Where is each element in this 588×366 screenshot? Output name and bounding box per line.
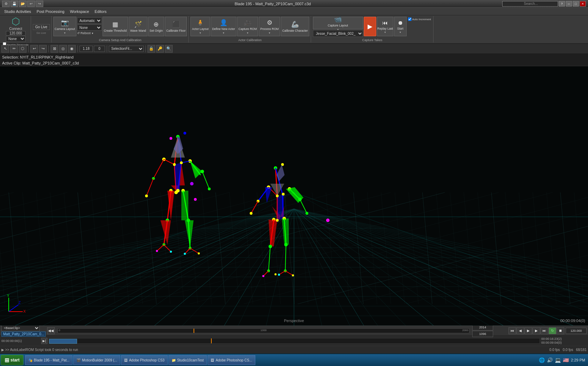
capture-name-dropdown[interactable]: Jesse_Facial_Blink_002_ xyxy=(313,30,363,37)
set-origin-button[interactable]: ⊕ Set Origin xyxy=(148,17,164,36)
help-btn[interactable]: ? xyxy=(559,1,565,7)
frame-display xyxy=(472,324,507,337)
automatic-select[interactable]: Automatic xyxy=(77,17,102,24)
menu-workspace[interactable]: Workspace xyxy=(67,9,92,14)
svg-point-61 xyxy=(176,189,180,192)
camera-section-label: Camera Setup And Calibration xyxy=(53,38,187,42)
open-quick-btn[interactable]: 📂 xyxy=(19,1,27,7)
create-threshold-button[interactable]: ▦ Create Threshold xyxy=(103,17,128,36)
taskbar-motionbuilder-btn[interactable]: 🎬 MotionBuilder 2009 (... xyxy=(73,355,120,365)
actor-layout-button[interactable]: 🧍 Actor Layout ▼ xyxy=(190,17,210,36)
svg-point-94 xyxy=(274,273,277,275)
start-time-display: 00:00:00:00(1) xyxy=(1,339,40,343)
studio-label: Studio10camTest xyxy=(177,358,204,362)
taskbar-sep-1 xyxy=(24,356,24,365)
tool-6-btn[interactable]: ◎ xyxy=(59,45,67,53)
ps2-label: Adobe Photoshop CS... xyxy=(216,358,252,362)
search-box[interactable]: Search... xyxy=(502,1,558,7)
connect-button[interactable]: Connect xyxy=(9,27,22,31)
tool-select-btn[interactable]: ↖ xyxy=(1,45,9,53)
svg-point-45 xyxy=(156,250,158,252)
process-rom-button[interactable]: ⚙ Process ROM ▼ xyxy=(259,17,280,36)
stop-btn[interactable]: ⏹ xyxy=(557,327,564,334)
timecode-1: 00:00:16:23(2) xyxy=(541,337,587,341)
go-live-button[interactable]: Go Live xyxy=(33,24,50,30)
svg-marker-108 xyxy=(277,165,285,181)
tick-1000: 1000 xyxy=(261,329,267,332)
tool-7-btn[interactable]: ◉ xyxy=(68,45,76,53)
tool-back-btn[interactable]: ↩ xyxy=(30,45,38,53)
play-button[interactable]: ▶ xyxy=(364,17,376,36)
replay-last-button[interactable]: ⏮ Replay Last ▼ xyxy=(377,17,393,36)
tool-edit-btn[interactable]: ✏ xyxy=(10,45,18,53)
timecode-2: 00:00:09:04(0) xyxy=(541,341,587,344)
connect-dropdown[interactable]: None xyxy=(6,36,25,42)
info-bar: Selection: NYIT_RL1\RPINKY_RightHand Act… xyxy=(0,54,588,66)
camera-layout-button[interactable]: 📷 Camera Layout ▼ xyxy=(53,17,76,36)
minimize-btn[interactable]: ─ xyxy=(566,1,572,7)
start-button[interactable]: ⊞ start xyxy=(1,355,23,365)
taskbar-photoshop1-btn[interactable]: 🖼 Adobe Photoshop CS3 xyxy=(121,355,168,365)
filter-select[interactable]: SelectionFil... xyxy=(109,46,144,52)
prev-btn[interactable]: ◀ xyxy=(517,327,524,334)
maximize-btn[interactable]: □ xyxy=(573,1,579,7)
timeline-ruler[interactable]: 0 1000 2000 xyxy=(58,328,469,333)
actor-section: 🧍 Actor Layout ▼ 👤 Define New Actor ▼ 🎥 … xyxy=(189,16,311,43)
motion-icon: 🎬 xyxy=(76,358,81,362)
menu-studio-activities[interactable]: Studio Activities xyxy=(1,9,34,14)
reboot-button[interactable]: ↺Reboot▼ xyxy=(77,31,102,35)
tool-3-btn[interactable]: ⬡ xyxy=(19,45,27,53)
lock-btn[interactable]: 🔒 xyxy=(148,45,155,53)
status-bar: ▶ >> AutoLabelROM Script took 0 seconds … xyxy=(0,346,588,353)
calibrate-character-button[interactable]: 🦾 Calibrate Character xyxy=(281,17,309,36)
taskbar-studio-btn[interactable]: 📁 Studio10camTest xyxy=(168,355,207,365)
blade-icon: 🎭 xyxy=(28,358,32,362)
auto-increment-label[interactable]: Auto Increment xyxy=(408,17,431,21)
calibrate-floor-button[interactable]: ⬛ Calibrate Floor xyxy=(165,17,187,36)
capture-layout-button[interactable]: 📹 Capture Layout ▼ xyxy=(313,17,363,29)
auto-increment-checkbox[interactable] xyxy=(408,17,412,21)
fps-input[interactable] xyxy=(6,31,25,36)
tool-5-btn[interactable]: ⊠ xyxy=(51,45,58,53)
divider-3 xyxy=(77,45,78,52)
taskbar-photoshop2-btn[interactable]: 🖼 Adobe Photoshop CS... xyxy=(208,355,255,365)
base-clip-select[interactable]: <BaseClip> xyxy=(1,325,40,331)
actor-layout-label: Actor Layout xyxy=(192,27,209,31)
search-btn[interactable]: 🔍 xyxy=(165,45,173,53)
wave-wand-label: Wave Wand xyxy=(130,29,146,32)
app-icon[interactable]: ⚙ xyxy=(2,1,10,7)
network-icon: 🌐 xyxy=(539,357,545,363)
capture-rom-arrow: ▼ xyxy=(247,32,249,34)
none-select[interactable]: None xyxy=(77,24,102,31)
tool-forward-btn[interactable]: ↪ xyxy=(39,45,47,53)
playhead[interactable] xyxy=(194,329,194,333)
menu-bar: Studio Activities Post Processing Worksp… xyxy=(0,8,588,15)
clip-block[interactable] xyxy=(49,339,77,344)
play-btn[interactable]: ▶ xyxy=(525,327,532,334)
close-btn[interactable]: ✕ xyxy=(580,1,586,7)
save-quick-btn[interactable]: 💾 xyxy=(10,1,18,7)
fps-timeline-input[interactable] xyxy=(566,328,587,334)
svg-point-55 xyxy=(184,253,186,255)
capture-rom-button[interactable]: 🎥 Capture ROM ▼ xyxy=(237,17,258,36)
taskbar-blade-btn[interactable]: 🎭 Blade 195 - Matt_Pat... xyxy=(25,355,73,365)
wave-wand-button[interactable]: 🪄 Wave Wand xyxy=(129,17,148,36)
undo-quick-btn[interactable]: ↩ xyxy=(27,1,35,7)
redo-quick-btn[interactable]: ↪ xyxy=(36,1,43,7)
key-btn[interactable]: 🔑 xyxy=(156,45,164,53)
menu-post-processing[interactable]: Post Processing xyxy=(34,9,67,14)
skip-fwd-btn[interactable]: ⏭ xyxy=(541,327,548,334)
start-button[interactable]: ⏺ Start ▼ xyxy=(394,17,407,36)
menu-editors[interactable]: Editors xyxy=(92,9,109,14)
zoom-input[interactable] xyxy=(80,46,93,52)
add-key-btn[interactable]: ▶| xyxy=(41,338,47,344)
skip-back-btn[interactable]: ⏮ xyxy=(508,327,516,334)
prev-frame-btn[interactable]: ◀◀ xyxy=(47,327,55,334)
frame-input[interactable] xyxy=(94,46,105,52)
timeline-track[interactable] xyxy=(49,338,540,344)
define-new-actor-button[interactable]: 👤 Define New Actor ▼ xyxy=(211,17,236,36)
process-rom-label: Process ROM xyxy=(260,27,279,31)
loop-btn[interactable]: ↻ xyxy=(549,327,556,334)
viewport[interactable]: X Y Z Perspective 00:00:09:04(0) xyxy=(0,66,588,326)
next-btn[interactable]: ▶ xyxy=(533,327,540,334)
